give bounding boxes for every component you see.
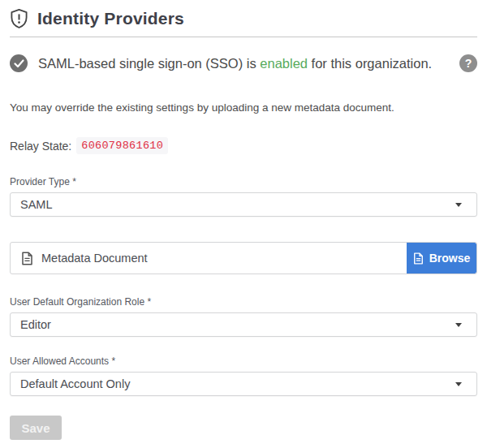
help-question-icon[interactable]: ? [459,54,477,72]
header-divider [10,37,477,37]
shield-exclamation-icon [10,8,28,29]
status-enabled-text: enabled [260,56,308,71]
sso-status-row: SAML-based single sign-on (SSO) is enabl… [10,54,477,72]
page-header: Identity Providers [10,6,477,31]
org-role-label: User Default Organization Role * [10,296,477,308]
document-icon [21,252,33,265]
check-circle-icon [10,54,28,72]
allowed-accounts-value: Default Account Only [20,377,455,390]
allowed-accounts-select[interactable]: Default Account Only [10,372,477,396]
org-role-value: Editor [20,318,455,331]
provider-type-select[interactable]: SAML [10,192,477,217]
page-title: Identity Providers [37,9,184,28]
override-info-text: You may override the existing settings b… [10,101,477,114]
chevron-down-icon [455,382,462,386]
metadata-upload-left: Metadata Document [11,252,407,265]
metadata-document-label: Metadata Document [41,252,148,265]
chevron-down-icon [455,203,462,207]
browse-button-label: Browse [429,252,471,265]
save-button[interactable]: Save [10,416,62,440]
sso-status-text: SAML-based single sign-on (SSO) is enabl… [38,56,449,71]
identity-providers-page: Identity Providers SAML-based single sig… [0,0,487,440]
browse-document-icon [413,252,424,265]
provider-type-label: Provider Type * [10,176,477,187]
provider-type-value: SAML [20,198,455,211]
org-role-select[interactable]: Editor [10,312,477,337]
status-text-before: SAML-based single sign-on (SSO) is [38,56,260,71]
status-text-after: for this organization. [308,56,432,71]
chevron-down-icon [455,323,462,327]
browse-button[interactable]: Browse [407,243,476,274]
metadata-upload-row[interactable]: Metadata Document Browse [10,242,477,274]
relay-state-row: Relay State: 606079861610 [10,137,477,154]
allowed-accounts-label: User Allowed Accounts * [10,355,477,367]
relay-state-value: 606079861610 [76,137,168,154]
relay-state-label: Relay State: [10,140,71,153]
